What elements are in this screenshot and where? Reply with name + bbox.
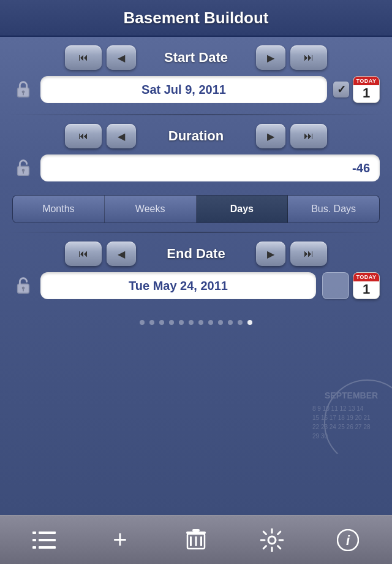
end-date-label: End Date <box>141 246 251 262</box>
toolbar: + i <box>0 515 392 564</box>
svg-rect-20 <box>39 546 56 549</box>
duration-next-button[interactable]: ▶ <box>256 124 285 148</box>
duration-input-row: -46 <box>12 154 380 181</box>
dot-3 <box>159 320 164 325</box>
svg-rect-23 <box>195 536 197 546</box>
delete-button[interactable] <box>178 522 214 558</box>
duration-label: Duration <box>141 128 251 144</box>
start-date-today-button[interactable]: TODAY 1 <box>353 76 380 103</box>
dot-11 <box>238 320 243 325</box>
svg-rect-17 <box>32 539 36 541</box>
start-date-actions: ✓ TODAY 1 <box>333 76 380 103</box>
start-date-rewind-button[interactable]: ⏮ <box>65 45 102 70</box>
start-date-nav-row: ⏮ ◀ Start Date ▶ ⏭ <box>12 45 380 70</box>
duration-forward-button[interactable]: ⏭ <box>290 124 327 148</box>
unit-days-button[interactable]: Days <box>197 196 288 223</box>
end-date-input-row: Tue May 24, 2011 TODAY 1 <box>12 272 380 299</box>
end-date-next-button[interactable]: ▶ <box>256 242 285 266</box>
svg-text:8  9 10 11 12 13 14: 8 9 10 11 12 13 14 <box>312 405 364 412</box>
start-date-label: Start Date <box>141 50 251 66</box>
duration-nav-row: ⏮ ◀ Duration ▶ ⏭ <box>12 124 380 148</box>
duration-section: ⏮ ◀ Duration ▶ ⏭ -46 <box>0 115 392 192</box>
svg-line-33 <box>278 546 281 548</box>
duration-input[interactable]: -46 <box>40 154 380 181</box>
unit-weeks-button[interactable]: Weeks <box>105 196 197 223</box>
start-date-forward-button[interactable]: ⏭ <box>290 45 327 70</box>
svg-rect-16 <box>39 532 56 534</box>
dot-8 <box>208 320 213 325</box>
info-button[interactable]: i <box>330 522 366 558</box>
start-date-section: ⏮ ◀ Start Date ▶ ⏭ Sat Jul 9, 2011 <box>0 37 392 114</box>
end-date-today-button[interactable]: TODAY 1 <box>353 272 380 299</box>
svg-text:29 30: 29 30 <box>312 433 328 440</box>
dot-4 <box>169 320 174 325</box>
svg-line-35 <box>263 546 266 548</box>
duration-rewind-button[interactable]: ⏮ <box>65 124 102 148</box>
header: Basement Buildout <box>0 0 392 37</box>
duration-prev-button[interactable]: ◀ <box>107 124 136 148</box>
calendar-watermark: SEPTEMBER 8 9 10 11 12 13 14 15 16 17 18… <box>294 374 392 454</box>
unit-months-button[interactable]: Months <box>13 196 105 223</box>
start-date-input-row: Sat Jul 9, 2011 ✓ TODAY 1 <box>12 76 380 103</box>
svg-text:SEPTEMBER: SEPTEMBER <box>325 391 378 400</box>
main-content: ⏮ ◀ Start Date ▶ ⏭ Sat Jul 9, 2011 <box>0 37 392 515</box>
svg-rect-25 <box>186 532 206 534</box>
start-date-checkbox[interactable]: ✓ <box>333 82 349 97</box>
add-button[interactable]: + <box>102 522 138 558</box>
end-date-forward-button[interactable]: ⏭ <box>290 242 327 266</box>
unit-busdays-button[interactable]: Bus. Days <box>288 196 379 223</box>
end-date-lock-icon <box>12 275 34 297</box>
end-date-toggle[interactable] <box>322 272 349 299</box>
svg-rect-19 <box>32 546 36 549</box>
end-date-prev-button[interactable]: ◀ <box>107 242 136 266</box>
svg-rect-24 <box>200 536 202 546</box>
end-date-rewind-button[interactable]: ⏮ <box>65 242 102 266</box>
start-date-lock-icon <box>12 78 34 101</box>
start-date-input[interactable]: Sat Jul 9, 2011 <box>40 76 327 103</box>
end-date-actions: TODAY 1 <box>322 272 380 299</box>
dot-1 <box>140 320 145 325</box>
svg-rect-15 <box>32 532 36 534</box>
settings-button[interactable] <box>254 522 290 558</box>
svg-rect-26 <box>192 529 200 532</box>
page-title: Basement Buildout <box>124 9 269 28</box>
svg-line-34 <box>278 532 281 534</box>
start-date-next-button[interactable]: ▶ <box>256 45 285 70</box>
end-date-nav-row: ⏮ ◀ End Date ▶ ⏭ <box>12 242 380 266</box>
page-dots <box>0 310 392 335</box>
svg-point-27 <box>268 536 276 544</box>
unit-toggle[interactable]: Months Weeks Days Bus. Days <box>12 195 380 223</box>
svg-text:15 16 17 18 19 20 21: 15 16 17 18 19 20 21 <box>312 414 371 421</box>
start-date-prev-button[interactable]: ◀ <box>107 45 136 70</box>
duration-lock-icon <box>12 157 34 179</box>
dot-6 <box>189 320 194 325</box>
svg-rect-18 <box>39 539 56 541</box>
svg-text:22 23 24 25 26 27 28: 22 23 24 25 26 27 28 <box>312 424 371 430</box>
list-button[interactable] <box>26 522 62 558</box>
dot-9 <box>218 320 223 325</box>
svg-line-32 <box>263 532 266 534</box>
end-date-section: ⏮ ◀ End Date ▶ ⏭ Tue May 24, 2011 <box>0 233 392 310</box>
dot-5 <box>179 320 184 325</box>
dot-7 <box>198 320 203 325</box>
dot-2 <box>149 320 154 325</box>
end-date-input[interactable]: Tue May 24, 2011 <box>40 272 316 299</box>
dot-12 <box>247 320 252 325</box>
dot-10 <box>228 320 233 325</box>
svg-rect-22 <box>190 536 192 546</box>
svg-text:i: i <box>346 533 350 548</box>
